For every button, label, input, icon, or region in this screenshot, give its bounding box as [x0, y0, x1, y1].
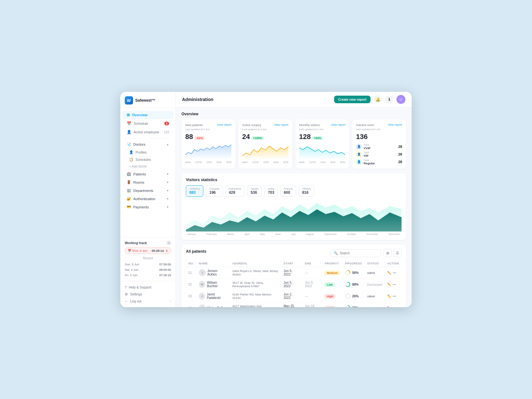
add-doctor-button[interactable]: + Add doctor	[120, 163, 175, 170]
patients-table: No. Name Address Start End Priority Prog…	[186, 260, 402, 307]
tab-indonesia[interactable]: Indonesia 429	[225, 185, 245, 197]
col-address: Address	[230, 260, 281, 267]
pause-icon[interactable]: ⏸	[165, 249, 168, 252]
regular-count: 28	[398, 160, 402, 164]
sidebar-item-help[interactable]: ? Help & Support	[120, 284, 175, 291]
overview-cards-grid: New patients View report Last updated at…	[181, 119, 406, 169]
list-view-button[interactable]: ☰	[393, 249, 402, 257]
vip-type-label: Type	[364, 151, 396, 154]
logo-icon: W	[125, 96, 133, 104]
active-surgery-value: 24	[242, 133, 250, 141]
visitors-x-axis: January February March April May June Ju…	[186, 233, 402, 236]
create-report-button[interactable]: Create new report	[334, 96, 370, 103]
sidebar-item-doctors[interactable]: 🩺 Doctors ▲	[122, 140, 174, 148]
col-progress: Progress	[342, 260, 364, 267]
recent-entry-0: Sun, 5 Jun 07:59:00	[125, 262, 171, 267]
sidebar-item-authentication[interactable]: 🔐 Authentication ▼	[122, 195, 174, 203]
tab-france[interactable]: France 600	[280, 185, 296, 197]
x-jul: July	[291, 233, 295, 236]
sidebar-item-patients[interactable]: 🏥 Patients ▼	[122, 170, 174, 178]
info-icon[interactable]: ℹ	[385, 95, 393, 104]
payments-chevron: ▼	[166, 206, 169, 209]
patients-section: All patients 🔍 ⊞ ☰	[181, 244, 406, 307]
inactive-room-report-link[interactable]: View report	[388, 123, 402, 126]
tab-japan[interactable]: Japan 536	[247, 185, 262, 197]
progress-value: 77%	[352, 306, 358, 307]
grid-view-button[interactable]: ⊞	[383, 249, 392, 257]
patient-no: 03	[186, 290, 196, 302]
view-toggle: ⊞ ☰	[383, 249, 402, 257]
sidebar-item-schedule[interactable]: 📅 Schedule 2	[122, 119, 174, 128]
add-doctor-label: + Add doctor	[129, 165, 147, 168]
x-mar: March	[227, 233, 234, 236]
edit-icon[interactable]: ✏️	[387, 271, 391, 275]
search-input[interactable]	[340, 251, 371, 255]
more-icon[interactable]: •••	[393, 294, 396, 298]
patients-card: All patients 🔍 ⊞ ☰	[181, 244, 406, 307]
sidebar-item-overview[interactable]: ⊞ Overview	[122, 111, 174, 119]
patient-end: ---	[302, 267, 322, 279]
help-label: Help & Support	[129, 285, 151, 289]
patient-name: Jensen Ackles	[207, 269, 227, 276]
patient-address: 4140 Parker Rd, New Mexico 31134	[230, 290, 281, 302]
monthly-visitors-report-link[interactable]: View report	[331, 123, 345, 126]
sidebar-item-payments[interactable]: 💳 Payments ▼	[122, 203, 174, 211]
employee-count: 120	[164, 130, 169, 134]
working-track-title: Working track	[125, 241, 147, 245]
regular-type-label: Type	[364, 159, 396, 162]
more-icon[interactable]: •••	[393, 283, 396, 286]
regular-type-value: Regular	[364, 162, 396, 165]
working-track-time: 05:28:14	[152, 249, 164, 252]
search-box[interactable]: 🔍	[330, 249, 381, 257]
more-icon[interactable]: •••	[393, 271, 396, 275]
new-patients-report-link[interactable]: View report	[217, 123, 231, 126]
patient-name-cell: J Jensen Ackles	[196, 267, 230, 279]
active-surgery-report-link[interactable]: View report	[274, 123, 288, 126]
active-surgery-chart: 8AM 11PM 1PM 3PM 5PM	[242, 142, 288, 158]
rooms-label: Rooms	[133, 180, 144, 184]
auth-icon: 🔐	[127, 197, 131, 201]
patients-label: Patients	[133, 172, 146, 176]
sidebar-item-profiles[interactable]: 👤 Profiles	[120, 149, 175, 156]
sidebar-item-departments[interactable]: 🏢 Departments ▼	[122, 187, 174, 194]
patient-no: 04	[186, 302, 196, 307]
x-oct: October	[347, 233, 356, 236]
edit-icon[interactable]: ✏️	[387, 294, 391, 298]
recent-time-1: 08:00:00	[159, 268, 171, 271]
patients-title: All patients	[186, 249, 206, 254]
overview-icon: ⊞	[127, 113, 130, 117]
help-icon: ?	[125, 285, 127, 289]
more-icon[interactable]: •••	[393, 306, 396, 307]
patients-chevron: ▼	[166, 173, 169, 176]
progress-circle-icon	[345, 293, 351, 299]
departments-label: Departments	[133, 189, 153, 193]
visitors-area-chart	[186, 200, 402, 231]
patient-no: 01	[186, 267, 196, 279]
tab-canada[interactable]: Canada 196	[206, 185, 223, 197]
patient-end: ---	[302, 290, 322, 302]
working-track-info-icon[interactable]: i	[167, 241, 171, 245]
user-avatar[interactable]: U	[396, 95, 405, 104]
logout-button[interactable]: ← Log out ›	[120, 298, 175, 305]
tab-america[interactable]: America 883	[186, 185, 203, 197]
sidebar-item-settings[interactable]: ⚙ Settings	[120, 291, 175, 298]
patient-address: 2464 Royal Ln, Mesa, New Jersey 45463	[230, 267, 281, 279]
sidebar-item-rooms[interactable]: 🚪 Rooms ▼	[122, 178, 174, 186]
sidebar-item-active-employee[interactable]: 👤 Active employee 120	[122, 128, 174, 136]
edit-icon[interactable]: ✏️	[387, 306, 391, 307]
active-surgery-updated: Last updated at 4 Jun	[242, 128, 288, 131]
edit-icon[interactable]: ✏️	[387, 283, 391, 286]
sidebar-divider-1	[125, 138, 171, 138]
col-end: End	[302, 260, 322, 267]
search-icon: 🔍	[334, 251, 338, 255]
payments-icon: 💳	[127, 205, 131, 209]
tab-india[interactable]: India 703	[264, 185, 278, 197]
patient-address: 4517 Washington Ave, Manchester, 39495	[230, 302, 281, 307]
inactive-room-updated: Last updated at 4 Jun	[356, 128, 402, 131]
notifications-icon[interactable]: 🔔	[374, 95, 382, 104]
x-apr: April	[244, 233, 250, 236]
active-surgery-badge: +100%	[251, 136, 263, 140]
working-track-timer: 📅 Mon, 6 Jun 05:28:14 ⏸	[125, 247, 171, 254]
tab-others[interactable]: Others 816	[299, 185, 314, 197]
sidebar-item-schedules[interactable]: 📋 Schedules	[120, 156, 175, 163]
